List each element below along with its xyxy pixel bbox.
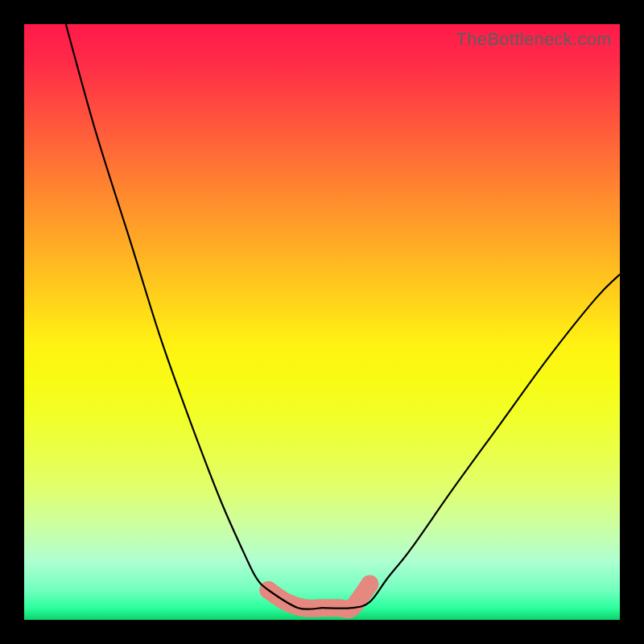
band-endpoint-right [361, 576, 378, 593]
plot-area: TheBottleneck.com [24, 24, 620, 620]
chart-svg [24, 24, 620, 620]
plot-wrapper: TheBottleneck.com [24, 24, 620, 620]
right-curve [322, 275, 620, 609]
left-curve [66, 24, 322, 609]
outer-frame: TheBottleneck.com [0, 0, 644, 644]
bottom-band [268, 584, 369, 610]
